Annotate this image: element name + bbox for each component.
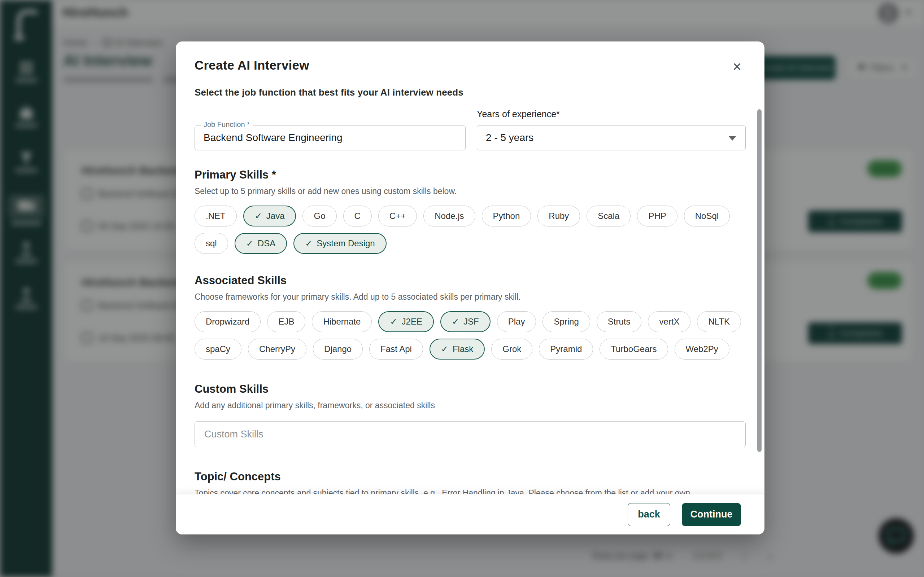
check-icon: ✓: [441, 344, 448, 354]
skill-chip-php[interactable]: ✓PHP: [637, 206, 677, 226]
custom-skills-input[interactable]: [195, 421, 746, 447]
create-ai-interview-modal: × Create AI Interview Select the job fun…: [176, 42, 764, 534]
custom-skills-subheading: Add any additional primary skills, frame…: [195, 401, 746, 410]
skill-chip-system-design[interactable]: ✓System Design: [294, 233, 386, 254]
skill-chip-label: Flask: [452, 344, 473, 354]
skill-chip-j2ee[interactable]: ✓J2EE: [378, 311, 433, 332]
skill-chip-label: J2EE: [402, 317, 422, 327]
skill-chip-label: .NET: [206, 211, 226, 221]
skill-chip-label: Dropwizard: [206, 317, 249, 327]
experience-select[interactable]: 2 - 5 years: [477, 125, 746, 150]
check-icon: ✓: [305, 239, 312, 248]
skill-chip-play[interactable]: ✓Play: [497, 311, 536, 332]
skill-chip-label: CherryPy: [259, 344, 295, 354]
skill-chip-dsa[interactable]: ✓DSA: [234, 233, 287, 254]
skill-chip-java[interactable]: ✓Java: [243, 206, 296, 226]
chevron-down-icon: [729, 136, 736, 141]
skill-chip-label: Python: [493, 211, 520, 221]
skill-chip-label: Spring: [554, 317, 578, 327]
associated-skills-subheading: Choose frameworks for your primary skill…: [195, 292, 746, 302]
skill-chip-spacy[interactable]: ✓spaCy: [195, 338, 241, 359]
back-button[interactable]: back: [628, 503, 670, 526]
skill-chip-cherrypy[interactable]: ✓CherryPy: [248, 338, 307, 359]
skill-chip-turbogears[interactable]: ✓TurboGears: [599, 338, 668, 359]
topics-subheading: Topics cover core concepts and subjects …: [195, 488, 746, 494]
skill-chip-label: NoSql: [695, 211, 719, 221]
fields-row: Job Function * Backend Software Engineer…: [195, 109, 746, 150]
skill-chip-ruby[interactable]: ✓Ruby: [538, 206, 580, 226]
skill-chip-label: EJB: [278, 317, 294, 327]
skill-chip-nosql[interactable]: ✓NoSql: [684, 206, 730, 226]
modal-title: Create AI Interview: [195, 58, 746, 73]
skill-chip-label: JSF: [464, 317, 479, 327]
primary-skills-subheading: Select up to 5 primary skills or add new…: [195, 187, 746, 196]
skill-chip-nltk[interactable]: ✓NLTK: [697, 311, 741, 332]
skill-chip-label: Node.js: [435, 211, 464, 221]
skill-chip-label: Scala: [598, 211, 619, 221]
skill-chip-label: DSA: [258, 239, 275, 248]
experience-column: Years of experience* 2 - 5 years: [477, 109, 746, 150]
skill-chip-sql[interactable]: ✓sql: [195, 233, 228, 254]
skill-chip-label: sql: [206, 239, 217, 248]
skill-chip-struts[interactable]: ✓Struts: [597, 311, 642, 332]
skill-chip-scala[interactable]: ✓Scala: [586, 206, 630, 226]
skill-chip-grok[interactable]: ✓Grok: [491, 338, 532, 359]
skill-chip-label: Web2Py: [686, 344, 718, 354]
job-function-value: Backend Software Engineering: [204, 132, 342, 143]
skill-chip-flask[interactable]: ✓Flask: [430, 338, 485, 359]
job-function-field[interactable]: Job Function * Backend Software Engineer…: [195, 125, 465, 150]
skill-chip-fast-api[interactable]: ✓Fast Api: [369, 338, 423, 359]
skill-chip-web2py[interactable]: ✓Web2Py: [675, 338, 729, 359]
check-icon: ✓: [246, 239, 254, 248]
skill-chip-label: Go: [313, 211, 325, 221]
skill-chip-pyramid[interactable]: ✓Pyramid: [539, 338, 593, 359]
skill-chip-label: System Design: [317, 239, 375, 248]
skill-chip-label: NLTK: [708, 317, 730, 327]
modal-footer: back Continue: [176, 494, 764, 534]
experience-label: Years of experience*: [477, 109, 746, 119]
skill-chip-label: C++: [389, 211, 406, 221]
primary-skills-heading: Primary Skills *: [195, 168, 746, 181]
skill-chip-label: Django: [324, 344, 352, 354]
skill-chip-label: vertX: [659, 317, 679, 327]
skill-chip-label: Ruby: [549, 211, 569, 221]
skill-chip-label: Hibernate: [323, 317, 360, 327]
skill-chip-label: spaCy: [206, 344, 230, 354]
skill-chip--net[interactable]: ✓.NET: [195, 206, 237, 226]
modal-body: Create AI Interview Select the job funct…: [176, 42, 764, 494]
skill-chip-node-js[interactable]: ✓Node.js: [423, 206, 475, 226]
skill-chip-label: C: [354, 211, 360, 221]
skill-chip-jsf[interactable]: ✓JSF: [440, 311, 491, 332]
primary-skills-chips: ✓.NET✓Java✓Go✓C✓C++✓Node.js✓Python✓Ruby✓…: [195, 206, 746, 254]
associated-skills-chips: ✓Dropwizard✓EJB✓Hibernate✓J2EE✓JSF✓Play✓…: [195, 311, 746, 359]
skill-chip-dropwizard[interactable]: ✓Dropwizard: [195, 311, 261, 332]
skill-chip-label: Struts: [608, 317, 630, 327]
skill-chip-django[interactable]: ✓Django: [313, 338, 363, 359]
continue-button[interactable]: Continue: [682, 503, 741, 526]
skill-chip-label: Grok: [502, 344, 521, 354]
custom-skills-heading: Custom Skills: [195, 383, 746, 396]
modal-subtitle: Select the job function that best fits y…: [195, 87, 746, 98]
skill-chip-c[interactable]: ✓C: [343, 206, 372, 226]
skill-chip-python[interactable]: ✓Python: [482, 206, 531, 226]
skill-chip-label: Java: [267, 211, 285, 221]
skill-chip-label: TurboGears: [611, 344, 657, 354]
job-function-label: Job Function *: [201, 121, 253, 129]
skill-chip-hibernate[interactable]: ✓Hibernate: [312, 311, 372, 332]
skill-chip-spring[interactable]: ✓Spring: [543, 311, 590, 332]
skill-chip-go[interactable]: ✓Go: [302, 206, 336, 226]
check-icon: ✓: [390, 317, 397, 327]
skill-chip-ejb[interactable]: ✓EJB: [267, 311, 305, 332]
skill-chip-label: Fast Api: [380, 344, 412, 354]
screen: HireHunch Home › AI Interview AI Intervi…: [0, 0, 924, 577]
topics-heading: Topic/ Concepts: [195, 470, 746, 483]
skill-chip-c-[interactable]: ✓C++: [378, 206, 417, 226]
skill-chip-vertx[interactable]: ✓vertX: [648, 311, 690, 332]
skill-chip-label: Play: [508, 317, 525, 327]
associated-skills-heading: Associated Skills: [195, 274, 746, 287]
modal-scrollbar[interactable]: [757, 109, 762, 452]
skill-chip-label: PHP: [648, 211, 666, 221]
experience-value: 2 - 5 years: [486, 132, 533, 143]
check-icon: ✓: [452, 317, 459, 327]
check-icon: ✓: [255, 211, 262, 221]
